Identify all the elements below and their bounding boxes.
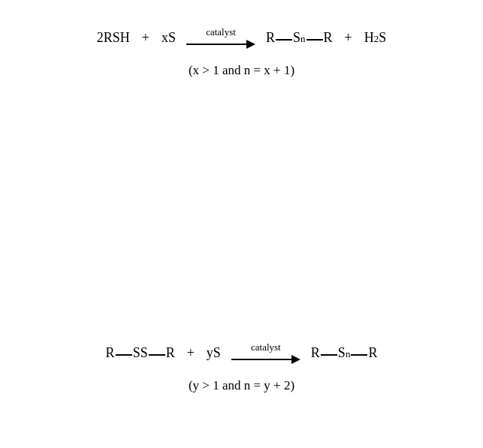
eq2-p1-R1: R xyxy=(311,345,320,361)
eq1-reactant2: xS xyxy=(162,30,176,46)
eq1-p2-S: S xyxy=(379,30,386,46)
eq2-arrow-head xyxy=(291,355,300,364)
eq2-r1-SS: SS xyxy=(133,345,148,361)
eq2-p1-R2: R xyxy=(368,345,377,361)
eq1-p2-H: H xyxy=(364,30,374,46)
eq1-p1-S: S xyxy=(293,30,300,46)
eq1-arrow-shaft xyxy=(186,44,246,45)
eq1-condition: (x > 1 and n = x + 1) xyxy=(0,63,483,78)
eq1-arrow-line xyxy=(186,40,255,49)
eq1-arrow-head xyxy=(246,40,255,49)
eq1-p1-R2: R xyxy=(324,30,333,46)
eq2-p1-S: S xyxy=(338,345,346,361)
equation2-container: R SS R + yS catalyst R Sn R xyxy=(0,330,483,393)
eq1-reactant1: 2RSH xyxy=(97,30,130,46)
eq2-arrow-line xyxy=(231,355,300,364)
eq1-arrow: catalyst xyxy=(186,26,255,49)
eq1-p1-bond2 xyxy=(306,39,323,41)
eq2-reactant1: R SS R xyxy=(106,345,175,361)
eq2-p1-bond2 xyxy=(351,354,367,356)
eq2-r1-bond2 xyxy=(149,354,165,356)
eq1-catalyst-label: catalyst xyxy=(206,26,236,38)
eq1-p1-R1: R xyxy=(266,30,275,46)
eq1-product1: R Sn R xyxy=(266,30,333,46)
eq1-plus2: + xyxy=(345,30,352,46)
eq1-product2: H2S xyxy=(364,30,387,46)
equation1-row: 2RSH + xS catalyst R Sn R + H2S xyxy=(0,15,483,60)
eq2-r1-R2: R xyxy=(166,345,175,361)
eq2-p1-bond1 xyxy=(321,354,337,356)
eq2-reactant2: yS xyxy=(207,345,221,361)
eq1-p1-bond1 xyxy=(276,39,292,41)
eq2-r1-bond1 xyxy=(116,354,132,356)
eq2-p1-Sn: Sn xyxy=(338,345,351,361)
eq1-plus1: + xyxy=(142,30,149,46)
equation2-row: R SS R + yS catalyst R Sn R xyxy=(0,330,483,375)
eq2-plus1: + xyxy=(187,345,195,361)
eq2-catalyst-label: catalyst xyxy=(251,341,281,353)
eq2-product1: R Sn R xyxy=(311,345,378,361)
eq2-arrow-shaft xyxy=(231,359,291,360)
equation1-container: 2RSH + xS catalyst R Sn R + H2S xyxy=(0,15,483,78)
eq2-arrow: catalyst xyxy=(231,341,300,364)
eq2-r1-R1: R xyxy=(106,345,115,361)
eq2-condition: (y > 1 and n = y + 2) xyxy=(0,378,483,393)
eq1-p1-Sn: Sn xyxy=(293,30,306,46)
